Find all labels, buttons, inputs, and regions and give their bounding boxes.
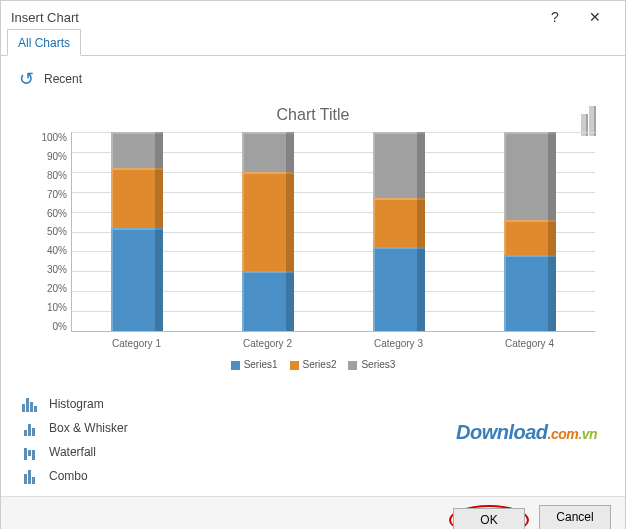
chart-plot: 100% 90% 80% 70% 60% 50% 40% 30% 20% 10%… [31, 132, 595, 332]
bar-segment [111, 228, 163, 331]
bar-segment [373, 198, 425, 248]
recent-icon: ↺ [19, 68, 34, 90]
sidebar-item-recent[interactable]: ↺ Recent [13, 64, 613, 94]
ok-highlight: OK [449, 505, 529, 529]
legend-series1: Series1 [231, 359, 278, 370]
bar-segment [111, 168, 163, 228]
bar-column [504, 132, 556, 331]
type-label: Histogram [49, 397, 104, 411]
chart-preview: Chart Title 100% 90% 80% 70% 60% 50% 40%… [13, 96, 613, 378]
watermark: Download.com.vn [456, 421, 597, 444]
box-whisker-icon [19, 420, 39, 436]
x-tick-label: Category 1 [112, 338, 161, 349]
tab-strip: All Charts [1, 29, 625, 56]
cancel-button[interactable]: Cancel [539, 505, 611, 529]
bar-segment [504, 220, 556, 256]
tab-all-charts[interactable]: All Charts [7, 29, 81, 56]
y-axis: 100% 90% 80% 70% 60% 50% 40% 30% 20% 10%… [31, 132, 71, 332]
recent-label: Recent [44, 72, 82, 86]
bar-segment [111, 132, 163, 168]
type-label: Combo [49, 469, 88, 483]
bar-segment [504, 132, 556, 220]
legend-series2: Series2 [290, 359, 337, 370]
sidebar-item-histogram[interactable]: Histogram [17, 392, 613, 416]
combo-icon [19, 468, 39, 484]
x-tick-label: Category 4 [505, 338, 554, 349]
legend-series3: Series3 [348, 359, 395, 370]
type-label: Box & Whisker [49, 421, 128, 435]
bar-segment [242, 172, 294, 272]
dialog-footer: OK Cancel [1, 496, 625, 529]
x-tick-label: Category 3 [374, 338, 423, 349]
column-3d-icon [579, 102, 603, 136]
bar-segment [242, 132, 294, 172]
insert-chart-dialog: Insert Chart ? ✕ All Charts ↺ Recent Cha… [0, 0, 626, 529]
dialog-body: ↺ Recent Chart Title 100% 90% 80% 70% 60… [1, 56, 625, 496]
ok-button[interactable]: OK [453, 508, 525, 529]
x-tick-label: Category 2 [243, 338, 292, 349]
bar-segment [242, 271, 294, 331]
bar-column [111, 132, 163, 331]
title-bar: Insert Chart ? ✕ [1, 1, 625, 29]
bar-segment [504, 255, 556, 331]
chart-title: Chart Title [31, 106, 595, 124]
histogram-icon [19, 396, 39, 412]
sidebar-item-combo[interactable]: Combo [17, 464, 613, 488]
bar-column [242, 132, 294, 331]
close-button[interactable]: ✕ [575, 9, 615, 25]
chart-legend: Series1 Series2 Series3 [31, 359, 595, 370]
dialog-title: Insert Chart [11, 10, 535, 25]
bar-column [373, 132, 425, 331]
waterfall-icon [19, 444, 39, 460]
type-label: Waterfall [49, 445, 96, 459]
chart-grid [71, 132, 595, 332]
bar-segment [373, 247, 425, 331]
bar-segment [373, 132, 425, 198]
x-axis: Category 1Category 2Category 3Category 4 [71, 332, 595, 349]
help-button[interactable]: ? [535, 9, 575, 25]
